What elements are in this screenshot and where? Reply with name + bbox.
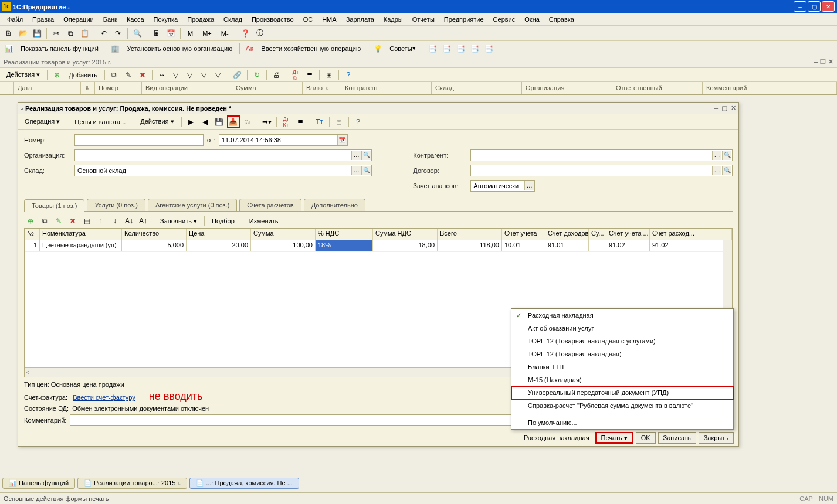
doc-maximize-button[interactable]: ▢ <box>721 104 727 112</box>
sort-asc-icon[interactable]: A↓ <box>123 214 135 227</box>
grid-icon[interactable]: ⊞ <box>323 69 336 81</box>
cell-accd[interactable]: 91.01 <box>545 240 589 251</box>
open-icon[interactable]: 📂 <box>16 27 29 40</box>
refresh-icon[interactable]: ↻ <box>250 69 263 81</box>
list-minimize-button[interactable]: – <box>814 58 818 66</box>
copy-icon[interactable]: ⧉ <box>64 27 77 40</box>
cell-total[interactable]: 118,00 <box>438 240 502 251</box>
menu-file[interactable]: Файл <box>4 15 26 24</box>
avans-input[interactable]: Автоматически… <box>470 180 535 192</box>
prices-button[interactable]: Цены и валюта... <box>70 115 130 128</box>
set-org-button[interactable]: Установить основную организацию <box>123 42 237 55</box>
col-number[interactable]: Номер <box>95 82 142 94</box>
help-icon[interactable]: ❓ <box>239 27 252 40</box>
save-button[interactable]: Записать <box>658 432 696 444</box>
mplus-button[interactable]: M+ <box>198 27 216 40</box>
pick-button[interactable]: Подбор <box>208 214 239 227</box>
gcol-price[interactable]: Цена <box>187 229 251 240</box>
dog-input[interactable]: 🔍… <box>470 165 733 176</box>
list2-icon[interactable]: ≣ <box>294 115 307 128</box>
about-icon[interactable]: ⓘ <box>253 27 266 40</box>
dtkt-icon[interactable]: ДтКт <box>280 115 293 128</box>
cut-icon[interactable]: ✂ <box>50 27 63 40</box>
form-icon[interactable]: ⊟ <box>333 115 345 128</box>
row-add-icon[interactable]: ⊕ <box>24 214 37 227</box>
gcol-sum[interactable]: Сумма <box>251 229 316 240</box>
help2-icon[interactable]: ? <box>342 69 355 81</box>
gcol-accr[interactable]: Счет расход... <box>650 229 732 240</box>
gcol-acc[interactable]: Счет учета <box>502 229 545 240</box>
gcol-accu[interactable]: Счет учета ... <box>606 229 650 240</box>
undo-icon[interactable]: ↶ <box>97 27 110 40</box>
gcol-nom[interactable]: Номенклатура <box>40 229 122 240</box>
filter2-icon[interactable]: ▽ <box>184 69 196 81</box>
tb2-icon1[interactable]: 📑 <box>426 42 439 55</box>
cell-n[interactable]: 1 <box>25 240 40 251</box>
tab-agent[interactable]: Агентские услуги (0 поз.) <box>148 199 237 211</box>
paste-icon[interactable]: 📋 <box>78 27 91 40</box>
tab-extra[interactable]: Дополнительно <box>304 199 365 211</box>
cell-accr[interactable]: 91.02 <box>650 240 732 251</box>
col-sklad[interactable]: Склад <box>432 82 522 94</box>
col-flag[interactable] <box>0 82 14 94</box>
menu-nma[interactable]: НМА <box>318 15 340 24</box>
cell-su[interactable] <box>589 240 606 251</box>
col-org[interactable]: Организация <box>522 82 612 94</box>
select-icon[interactable]: … <box>524 181 534 190</box>
redo-icon[interactable]: ↷ <box>111 27 124 40</box>
post-icon[interactable]: ▶ <box>185 115 198 128</box>
menu-item-torg12u[interactable]: ТОРГ-12 (Товарная накладная с услугами) <box>511 335 733 348</box>
tree-icon[interactable]: Tт <box>313 115 326 128</box>
select-icon[interactable]: … <box>712 166 721 175</box>
operation-button[interactable]: Операция ▾ <box>21 115 64 128</box>
fill-button[interactable]: Заполнить ▾ <box>156 214 201 227</box>
org-input[interactable]: 🔍… <box>74 149 372 161</box>
menu-service[interactable]: Сервис <box>490 15 519 24</box>
tips-icon[interactable]: 💡 <box>371 42 384 55</box>
gcol-su[interactable]: Су... <box>589 229 606 240</box>
menu-operations[interactable]: Операции <box>60 15 97 24</box>
menu-item-akt[interactable]: Акт об оказании услуг <box>511 322 733 335</box>
menu-sell[interactable]: Продажа <box>184 15 218 24</box>
menu-item-upd[interactable]: Универсальный передаточный документ (УПД… <box>511 386 733 399</box>
search-icon[interactable]: 🔍 <box>361 151 371 160</box>
enter-invoice-link[interactable]: Ввести счет-фактуру <box>73 394 135 401</box>
dt-icon[interactable]: ДтКт <box>289 69 302 81</box>
gcol-vatsum[interactable]: Сумма НДС <box>373 229 438 240</box>
copy-row-icon[interactable]: ⧉ <box>108 69 121 81</box>
tab-services[interactable]: Услуги (0 поз.) <box>87 199 145 211</box>
list-close-button[interactable]: ✕ <box>828 58 833 66</box>
menu-item-spravka[interactable]: Справка-расчет "Рублевая сумма документа… <box>511 399 733 412</box>
select-icon[interactable]: … <box>351 151 361 160</box>
date-input[interactable]: 11.07.2014 14:56:38📅 <box>219 134 348 146</box>
calc-icon[interactable]: 🖩 <box>150 27 163 40</box>
menu-buy[interactable]: Покупка <box>150 15 182 24</box>
tips-button[interactable]: Советы ▾ <box>385 42 419 55</box>
menu-reports[interactable]: Отчеты <box>409 15 438 24</box>
cell-vatsum[interactable]: 18,00 <box>373 240 438 251</box>
menu-kadry[interactable]: Кадры <box>380 15 406 24</box>
props-icon[interactable]: ≣ <box>303 69 316 81</box>
col-resp[interactable]: Ответственный <box>612 82 703 94</box>
cell-qty[interactable]: 5,000 <box>122 240 187 251</box>
unpost-icon[interactable]: ◀ <box>199 115 212 128</box>
gcol-qty[interactable]: Количество <box>122 229 187 240</box>
delete-row-icon[interactable]: ✖ <box>136 69 149 81</box>
panel-icon[interactable]: 📊 <box>2 42 15 55</box>
doc-actions-button[interactable]: Действия ▾ <box>136 115 178 128</box>
kontr-input[interactable]: 🔍… <box>470 149 733 161</box>
menu-item-ttn[interactable]: Бланки ТТН <box>511 360 733 373</box>
add-button[interactable]: Добавить <box>65 69 101 81</box>
doc-close-button[interactable]: ✕ <box>731 104 736 112</box>
close-button[interactable]: ✕ <box>822 1 835 12</box>
tb2-icon3[interactable]: 📑 <box>455 42 467 55</box>
link-icon[interactable]: 🔗 <box>231 69 244 81</box>
menu-edit[interactable]: Правка <box>29 15 57 24</box>
nav-icon[interactable]: ↔ <box>155 69 168 81</box>
row-delete-icon[interactable]: ✖ <box>66 214 79 227</box>
doc-help-icon[interactable]: ? <box>352 115 365 128</box>
struct-icon[interactable]: 🗂 <box>241 115 254 128</box>
menu-item-torg12[interactable]: ТОРГ-12 (Товарная накладная) <box>511 348 733 360</box>
gcol-total[interactable]: Всего <box>438 229 502 240</box>
col-marker[interactable]: ⇩ <box>81 82 95 94</box>
